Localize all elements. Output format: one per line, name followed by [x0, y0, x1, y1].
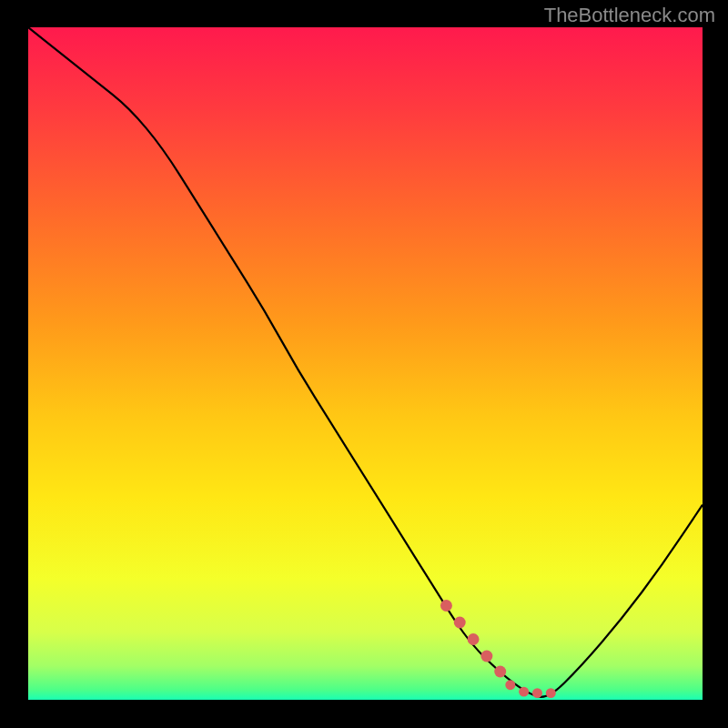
highlight-dot — [440, 600, 452, 612]
highlight-dot — [454, 617, 466, 629]
highlight-dot — [505, 680, 515, 690]
chart-plot-area — [25, 27, 703, 703]
highlight-dot — [546, 688, 556, 698]
highlight-dot — [480, 650, 492, 662]
highlight-dot — [468, 633, 480, 645]
bottleneck-curve-line — [28, 27, 703, 697]
highlight-dot — [532, 688, 542, 698]
chart-svg — [28, 27, 703, 700]
highlight-marker-group — [440, 600, 556, 698]
highlight-dot — [519, 687, 529, 697]
attribution-text: TheBottleneck.com — [544, 4, 715, 27]
highlight-dot — [494, 665, 506, 677]
